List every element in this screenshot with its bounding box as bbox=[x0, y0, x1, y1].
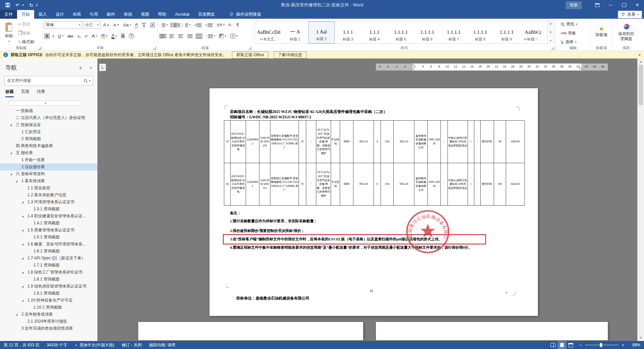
accessibility-status[interactable]: 辅助功能: 调查 bbox=[145, 342, 179, 348]
table-cell[interactable]: 13% bbox=[381, 121, 394, 163]
align-right-button[interactable] bbox=[177, 34, 185, 38]
table-cell[interactable]: 只 bbox=[299, 163, 306, 206]
close-icon[interactable]: × bbox=[631, 0, 644, 10]
nav-item[interactable]: ◢2 近年财务状况表 bbox=[0, 311, 97, 318]
nav-item[interactable]: ◢1.8 绿色工厂管理体系评价证书 bbox=[0, 269, 97, 276]
table-cell[interactable]: SY/T 6270-2017 石油天然气钻采设备 闸阀、压裂管汇的使用与维护 bbox=[316, 121, 331, 163]
search-options-icon[interactable]: ▾ bbox=[89, 79, 90, 82]
nav-item[interactable]: 1.7.1 查询截图 bbox=[0, 262, 97, 269]
table-cell[interactable]: 2025-WZJC-物资钻采-02 A26大类高压管件修理包 bbox=[231, 163, 246, 206]
nav-item[interactable]: 1.8.1 查询截图 bbox=[0, 276, 97, 283]
table-cell[interactable]: 盘锦奥佳石油机械设备有限公司 bbox=[414, 163, 428, 206]
nav-item[interactable]: 一 投标函 bbox=[0, 107, 97, 114]
nav-item[interactable]: ◢1.3 环境管理体系认证证书 bbox=[0, 199, 97, 206]
restore-icon[interactable] bbox=[617, 0, 631, 10]
expand-triangle-icon[interactable]: ◢ bbox=[22, 285, 23, 288]
table-cell[interactable]: 替代FMC bbox=[481, 163, 494, 206]
nav-item[interactable]: 1 汇款凭证 bbox=[0, 128, 97, 135]
zoom-slider[interactable] bbox=[585, 345, 619, 345]
style-gallery-scroll[interactable]: ▲ ▼ ▾ bbox=[547, 21, 554, 43]
expand-triangle-icon[interactable]: ◢ bbox=[22, 215, 23, 218]
table-cell[interactable]: 盘锦奥佳石油机械设备有限公司 bbox=[414, 121, 428, 163]
word-count[interactable]: 34338 个字 bbox=[43, 342, 71, 348]
nav-item[interactable]: 1.5.1 查询截图 bbox=[0, 234, 97, 241]
nav-item[interactable]: 1 开标一览表 bbox=[0, 156, 97, 163]
grow-font-button[interactable]: A▲ bbox=[102, 22, 111, 28]
addins-button[interactable]: 加载项 bbox=[592, 20, 611, 44]
horizontal-ruler[interactable]: 8642246810121416182022242628303234363840… bbox=[376, 64, 608, 71]
expand-triangle-icon[interactable]: ◢ bbox=[22, 257, 23, 260]
paste-button[interactable]: 粘贴 ▾ bbox=[1, 20, 17, 44]
style-item[interactable]: 1.1.1.1标题 8 bbox=[467, 21, 493, 43]
right-indent-marker[interactable] bbox=[579, 68, 582, 70]
table-cell[interactable]: / bbox=[474, 163, 481, 206]
zoom-out-icon[interactable]: − bbox=[579, 342, 582, 348]
undo-dropdown-icon[interactable]: ▾ bbox=[22, 4, 24, 7]
expand-triangle-icon[interactable]: ◢ bbox=[22, 243, 23, 246]
asian-layout-button[interactable]: 文A▾ bbox=[215, 22, 226, 28]
character-border-button[interactable]: A bbox=[149, 22, 156, 28]
zoom-in-icon[interactable]: + bbox=[622, 342, 624, 348]
ribbon-tab-引用[interactable]: 引用 bbox=[85, 10, 102, 19]
table-cell[interactable]: 1000 1249 36 bbox=[428, 121, 441, 163]
get-genuine-office-button[interactable]: 获取正版 Office bbox=[232, 51, 268, 59]
replace-button[interactable]: ab↹ 替换 bbox=[559, 30, 587, 36]
tab-stop-selector[interactable]: L bbox=[99, 64, 106, 71]
table-cell[interactable]: / bbox=[441, 121, 448, 163]
table-cell[interactable]: 0 bbox=[374, 121, 381, 163]
expand-triangle-icon[interactable]: ◢ bbox=[22, 201, 23, 204]
font-dialog-launcher[interactable] bbox=[153, 46, 156, 50]
style-item[interactable]: 1 Aal标题 2 bbox=[308, 21, 335, 43]
ribbon-tab-审阅[interactable]: 审阅 bbox=[119, 10, 137, 19]
expand-triangle-icon[interactable]: ◢ bbox=[16, 313, 17, 316]
table-cell[interactable]: / bbox=[441, 163, 448, 206]
justify-button[interactable] bbox=[186, 34, 194, 38]
table-cell[interactable]: 5963.40 bbox=[353, 163, 374, 206]
ribbon-tab-邮件[interactable]: 邮件 bbox=[102, 10, 119, 19]
ribbon-tab-开始[interactable]: 开始 bbox=[17, 10, 34, 19]
subscript-button[interactable]: x₂ bbox=[76, 34, 82, 38]
table-cell[interactable]: 36 bbox=[224, 163, 231, 206]
expand-triangle-icon[interactable]: ◢ bbox=[22, 299, 23, 302]
scroll-down-icon[interactable]: ▼ bbox=[640, 335, 642, 341]
table-cell[interactable]: 3833.10 bbox=[353, 121, 374, 163]
nav-item[interactable]: 1.6.1 查询截图 bbox=[0, 248, 97, 255]
track-changes-status[interactable]: 修订：关闭 bbox=[118, 342, 145, 348]
print-layout-icon[interactable] bbox=[558, 341, 566, 349]
table-cell[interactable]: A260 4060 2003 243 bbox=[259, 121, 270, 163]
table-cell[interactable]: SY/T 6270-2017 石油天然气钻采设备 闸阀、压裂管汇的使用与维护 bbox=[316, 163, 331, 206]
nav-item[interactable]: ◢1.6 健康、安全与环境管理体系... bbox=[0, 241, 97, 248]
nav-item[interactable]: 1.1 营业执照 bbox=[0, 185, 97, 192]
nav-item[interactable]: 1.9.1 查询截图 bbox=[0, 290, 97, 297]
table-cell[interactable]: 0 bbox=[374, 163, 381, 206]
document-search-input[interactable]: 在文档中搜索 ▾ bbox=[4, 76, 93, 86]
bold-button[interactable]: B bbox=[44, 33, 50, 39]
table-cell[interactable]: 4299.00 bbox=[506, 121, 525, 163]
nav-jump-top[interactable]: ▲ bbox=[9, 101, 82, 106]
show-marks-button[interactable]: ¶ bbox=[235, 22, 240, 28]
expand-triangle-icon[interactable]: ◢ bbox=[10, 152, 12, 154]
format-painter-button[interactable]: ✎格式刷 bbox=[17, 39, 35, 45]
minimize-icon[interactable]: ─ bbox=[604, 0, 617, 10]
table-cell[interactable]: 13% bbox=[381, 163, 394, 206]
style-item[interactable]: 1.1 1标题 3 bbox=[335, 21, 361, 43]
ribbon-tab-百度网盘[interactable]: 百度网盘 bbox=[194, 10, 219, 19]
table-cell[interactable]: 35 bbox=[224, 121, 231, 163]
change-case-button[interactable]: Aa▾ bbox=[122, 22, 132, 28]
sign-in-button[interactable]: 登录 bbox=[566, 1, 582, 9]
style-item[interactable]: 1.1.1标题 4 bbox=[361, 21, 388, 43]
save-to-netdisk-button[interactable]: 保存到百度网盘 bbox=[614, 20, 639, 44]
expand-triangle-icon[interactable]: ◢ bbox=[22, 229, 23, 232]
expand-triangle-icon[interactable]: ◢ bbox=[16, 180, 17, 183]
table-cell[interactable]: 中标人收到订货通知后 20天内送达到指定地点 bbox=[448, 163, 468, 206]
gallery-down-icon[interactable]: ▼ bbox=[549, 31, 552, 34]
character-shading-button[interactable]: A bbox=[119, 33, 127, 39]
clear-formatting-button[interactable]: A bbox=[134, 22, 139, 28]
table-cell[interactable]: 100 bbox=[494, 163, 506, 206]
table-cell[interactable]: B880 bbox=[340, 121, 353, 163]
ribbon-display-options-icon[interactable] bbox=[590, 0, 604, 10]
distribute-button[interactable] bbox=[195, 34, 203, 38]
nav-item[interactable]: ◢五 报价表 bbox=[0, 149, 97, 156]
nav-item[interactable]: ◢1.5 质量管理体系认证证书 bbox=[0, 227, 97, 234]
nav-item[interactable]: 1.10.1 查询截图 bbox=[0, 304, 97, 311]
